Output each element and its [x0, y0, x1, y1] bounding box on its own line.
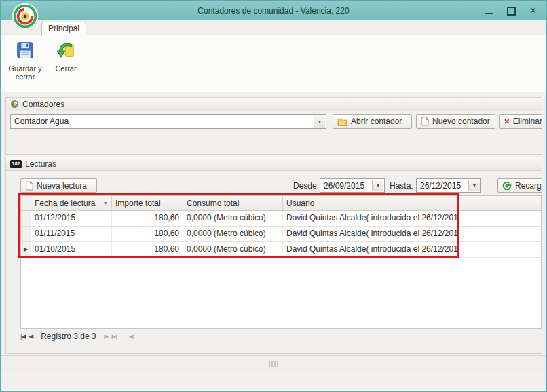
red-x-icon	[504, 117, 510, 125]
table-row[interactable]: 01/12/2015 180,60 0,0000 (Metro cúbico) …	[21, 211, 541, 227]
minimize-icon[interactable]	[485, 7, 493, 14]
exit-arrow-icon	[46, 38, 86, 64]
cell-fecha: 01/11/2015	[31, 227, 112, 241]
hasta-date-value: 26/12/2015	[420, 181, 467, 191]
sort-descending-icon[interactable]: ▼	[100, 201, 108, 205]
column-header-fecha[interactable]: Fecha de lectura ▼	[31, 196, 112, 210]
contadores-header: Contadores	[6, 98, 542, 111]
abrir-contador-button[interactable]: Abrir contador	[333, 114, 412, 129]
recargar-label: Recargar	[515, 181, 542, 191]
abrir-contador-label: Abrir contador	[351, 117, 402, 126]
tab-principal[interactable]: Principal	[41, 22, 86, 36]
column-header-consumo[interactable]: Consumo total	[183, 196, 283, 210]
cell-usuario: David Quintas Alcalde( introducida el 26…	[283, 227, 457, 241]
desde-date-value: 26/09/2015	[324, 181, 371, 191]
app-window: Contadores de comunidad - Valencia, 220 …	[0, 0, 547, 392]
column-header-consumo-label: Consumo total	[187, 199, 239, 208]
navigator-extra-icon[interactable]: ◀	[129, 333, 133, 340]
cell-consumo: 0,0000 (Metro cúbico)	[183, 227, 283, 241]
column-header-fecha-label: Fecha de lectura	[35, 199, 95, 208]
row-indicator-active: ▶	[21, 242, 31, 257]
new-document-icon	[421, 117, 429, 126]
cell-fecha: 01/10/2015	[31, 242, 112, 257]
cell-fecha: 01/12/2015	[31, 211, 112, 226]
horizontal-scrollbar[interactable]	[1, 355, 546, 372]
refresh-icon	[502, 181, 512, 191]
guardar-y-cerrar-label: Guardar y cerrar	[5, 64, 45, 81]
column-header-usuario-label: Usuario	[286, 199, 314, 208]
cell-usuario: David Quintas Alcalde( introducida el 26…	[283, 242, 457, 257]
grid-indicator-header	[21, 196, 31, 210]
contadores-header-label: Contadores	[22, 100, 64, 109]
scrollbar-grip-icon[interactable]	[269, 361, 278, 367]
lecturas-header-label: Lecturas	[25, 159, 56, 169]
nueva-lectura-label: Nueva lectura	[37, 181, 87, 191]
contador-combobox-value: Contador Agua	[14, 117, 312, 126]
cell-importe: 180,60	[112, 211, 183, 226]
app-gauge-icon[interactable]	[12, 3, 39, 30]
hasta-date-input[interactable]: 26/12/2015 ▼	[416, 178, 481, 193]
contadores-panel: Contadores Contador Agua ▼ Abrir contado…	[5, 97, 542, 155]
hasta-label: Hasta:	[390, 181, 413, 191]
nuevo-contador-label: Nuevo contador	[432, 117, 490, 126]
close-icon[interactable]: ×	[530, 5, 536, 16]
eliminar-contador-button[interactable]: Eliminar contador	[499, 114, 542, 129]
chevron-down-icon[interactable]: ▼	[314, 115, 325, 128]
chevron-down-icon[interactable]: ▼	[468, 180, 480, 191]
cerrar-label: Cerrar	[46, 64, 86, 73]
open-folder-icon	[337, 117, 347, 126]
cell-usuario: David Quintas Alcalde( introducida el 26…	[283, 211, 457, 226]
cell-consumo: 0,0000 (Metro cúbico)	[183, 211, 283, 226]
titlebar[interactable]: Contadores de comunidad - Valencia, 220 …	[1, 1, 546, 20]
nueva-lectura-button[interactable]: Nueva lectura	[20, 178, 97, 193]
lecturas-header: 102 Lecturas	[6, 157, 542, 171]
chevron-down-icon[interactable]: ▼	[372, 180, 383, 191]
guardar-y-cerrar-button[interactable]: Guardar y cerrar	[5, 38, 45, 89]
row-indicator	[21, 211, 31, 226]
active-row-arrow-icon: ▶	[21, 242, 31, 257]
last-record-icon[interactable]: ▶|	[112, 333, 117, 340]
column-header-usuario[interactable]: Usuario	[283, 196, 457, 210]
cell-consumo: 0,0000 (Metro cúbico)	[183, 242, 283, 257]
previous-record-icon[interactable]: ◀	[29, 333, 33, 340]
lecturas-grid: Fecha de lectura ▼ Importe total Consumo…	[20, 195, 542, 329]
next-record-icon[interactable]: ▶	[105, 333, 109, 340]
desde-date-input[interactable]: 26/09/2015 ▼	[320, 178, 385, 193]
record-navigator: |◀ ◀ Registro 3 de 3 ▶ ▶| ◀	[20, 331, 133, 342]
gauge-icon	[10, 100, 19, 109]
recargar-button[interactable]: Recargar	[497, 178, 542, 193]
maximize-icon[interactable]	[507, 7, 516, 16]
lecturas-panel: 102 Lecturas Nueva lectura Desde: 26/09/…	[5, 157, 542, 354]
window-title: Contadores de comunidad - Valencia, 220	[1, 1, 546, 20]
table-row[interactable]: 01/11/2015 180,60 0,0000 (Metro cúbico) …	[21, 227, 541, 242]
column-header-importe[interactable]: Importe total	[112, 196, 183, 210]
ribbon-separator	[90, 38, 90, 90]
window-controls: ×	[485, 1, 536, 20]
desde-label: Desde:	[293, 181, 319, 191]
save-icon	[5, 38, 45, 64]
grid-header-row: Fecha de lectura ▼ Importe total Consumo…	[21, 196, 541, 211]
counter-icon: 102	[10, 160, 22, 168]
nuevo-contador-button[interactable]: Nuevo contador	[416, 114, 495, 129]
cerrar-button[interactable]: Cerrar	[46, 38, 86, 89]
contador-combobox[interactable]: Contador Agua ▼	[10, 114, 326, 129]
row-indicator	[21, 227, 31, 241]
first-record-icon[interactable]: |◀	[20, 333, 25, 340]
record-count-label: Registro 3 de 3	[41, 332, 96, 341]
table-row[interactable]: ▶ 01/10/2015 180,60 0,0000 (Metro cúbico…	[21, 242, 541, 258]
new-document-icon	[25, 181, 33, 191]
ribbon: Guardar y cerrar Cerrar	[1, 35, 546, 92]
eliminar-contador-label: Eliminar contador	[513, 117, 542, 126]
column-header-importe-label: Importe total	[115, 199, 161, 208]
cell-importe: 180,60	[112, 227, 183, 241]
cell-importe: 180,60	[112, 242, 183, 257]
